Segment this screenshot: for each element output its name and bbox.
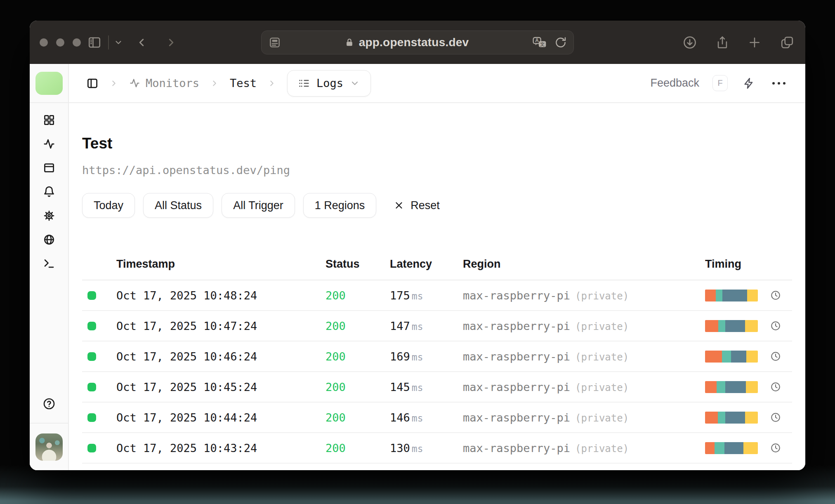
bell-icon — [43, 186, 55, 198]
titlebar-divider — [108, 35, 109, 49]
share-icon[interactable] — [715, 35, 729, 50]
view-selector-logs[interactable]: Logs — [287, 70, 371, 97]
row-latency-value: 175 — [390, 289, 410, 302]
new-tab-icon[interactable] — [748, 35, 762, 49]
panel-toggle-icon[interactable] — [86, 77, 99, 89]
row-region-note: (private) — [575, 321, 629, 332]
window-controls — [40, 38, 81, 47]
timing-segment — [746, 381, 758, 393]
table-header-row: Timestamp Status Latency Region Timing — [82, 230, 792, 280]
filter-trigger-button[interactable]: All Trigger — [222, 193, 295, 218]
translate-icon[interactable]: A 文 — [532, 36, 547, 49]
row-timestamp: Oct 17, 2025 10:47:24 — [116, 320, 326, 332]
address-bar[interactable]: app.openstatus.dev A 文 — [261, 31, 574, 54]
header-latency: Latency — [390, 258, 463, 271]
timing-bar — [705, 442, 758, 454]
filter-status-button[interactable]: All Status — [143, 193, 213, 218]
row-latency-value: 145 — [390, 381, 410, 393]
breadcrumb-monitor-name[interactable]: Test — [230, 77, 257, 89]
header-timestamp: Timestamp — [116, 258, 326, 271]
clock-icon — [770, 412, 781, 423]
breadcrumb-separator-icon — [267, 79, 276, 88]
breadcrumb-separator-icon — [210, 79, 219, 88]
close-icon — [394, 200, 404, 211]
svg-text:文: 文 — [540, 41, 545, 47]
sidebar-item-dashboard[interactable] — [42, 114, 56, 126]
row-latency-unit: ms — [412, 352, 423, 363]
browser-titlebar: app.openstatus.dev A 文 — [30, 21, 805, 64]
table-row[interactable]: Oct 17, 2025 10:47:24 200 147 ms max-ras… — [82, 311, 792, 341]
gear-icon — [43, 210, 55, 222]
table-row[interactable]: Oct 17, 2025 10:45:24 200 145 ms max-ras… — [82, 372, 792, 403]
timing-segment — [725, 320, 745, 332]
sidebar-item-status-pages[interactable] — [42, 162, 56, 174]
breadcrumb-monitors[interactable]: Monitors — [129, 77, 199, 89]
row-region: max-raspberry-pi — [463, 411, 570, 424]
back-button-icon[interactable] — [135, 36, 148, 49]
row-status-code: 200 — [326, 289, 390, 302]
filter-period-button[interactable]: Today — [82, 193, 135, 218]
table-row[interactable]: Oct 17, 2025 10:43:24 200 130 ms max-ras… — [82, 433, 792, 464]
timing-segment — [718, 412, 725, 424]
more-options-button[interactable] — [772, 82, 785, 85]
row-latency-value: 130 — [390, 442, 410, 455]
workspace-logo[interactable] — [35, 72, 63, 95]
breadcrumb-separator-icon — [109, 79, 118, 88]
sidebar-menu-chevron-icon[interactable] — [114, 38, 123, 47]
timing-segment — [745, 412, 758, 424]
minimize-window-button[interactable] — [56, 38, 64, 47]
timing-segment — [722, 290, 747, 301]
timing-segment — [705, 320, 718, 332]
row-latency-value: 146 — [390, 411, 410, 424]
timing-segment — [743, 442, 758, 454]
browser-panel-icon — [43, 162, 55, 174]
header-region: Region — [463, 258, 705, 271]
table-row[interactable]: Oct 17, 2025 10:48:24 200 175 ms max-ras… — [82, 280, 792, 311]
row-status-code: 200 — [326, 381, 390, 393]
row-region: max-raspberry-pi — [463, 320, 570, 332]
row-timestamp: Oct 17, 2025 10:43:24 — [116, 442, 326, 455]
user-avatar[interactable] — [35, 433, 63, 461]
sidebar-item-settings[interactable] — [42, 210, 56, 222]
chevron-down-icon — [350, 78, 360, 88]
timing-segment — [725, 381, 746, 393]
quick-actions-icon[interactable] — [743, 77, 755, 89]
timing-segment — [705, 381, 717, 393]
terminal-icon — [43, 257, 55, 270]
timing-segment — [705, 442, 715, 454]
header-timing: Timing — [705, 258, 792, 271]
timing-bar — [705, 412, 758, 424]
filter-regions-button[interactable]: 1 Regions — [303, 193, 377, 218]
tab-overview-icon[interactable] — [780, 35, 795, 50]
timing-segment — [715, 442, 724, 454]
row-region: max-raspberry-pi — [463, 442, 570, 455]
downloads-icon[interactable] — [682, 35, 697, 50]
forward-button-icon[interactable] — [165, 36, 177, 49]
sidebar-item-global[interactable] — [42, 233, 56, 246]
reload-icon[interactable] — [554, 36, 567, 49]
row-region-note: (private) — [575, 290, 629, 302]
row-timestamp: Oct 17, 2025 10:44:24 — [116, 411, 326, 424]
row-latency-unit: ms — [412, 443, 423, 454]
help-button[interactable] — [42, 397, 56, 410]
clock-icon — [770, 320, 781, 331]
reset-filters-button[interactable]: Reset — [394, 199, 440, 212]
address-url[interactable]: app.openstatus.dev — [359, 36, 469, 49]
feedback-button[interactable]: Feedback — [650, 77, 699, 89]
sidebar-item-notifications[interactable] — [42, 186, 56, 198]
sidebar-item-cli[interactable] — [42, 257, 56, 270]
page-settings-icon[interactable] — [268, 36, 281, 49]
table-row[interactable]: Oct 17, 2025 10:44:24 200 146 ms max-ras… — [82, 403, 792, 433]
timing-bar — [705, 351, 758, 363]
row-region-note: (private) — [575, 351, 629, 363]
row-status-code: 200 — [326, 442, 390, 455]
table-row[interactable]: Oct 17, 2025 10:46:24 200 169 ms max-ras… — [82, 341, 792, 372]
sidebar-toggle-icon[interactable] — [87, 35, 101, 49]
zoom-window-button[interactable] — [73, 38, 81, 47]
close-window-button[interactable] — [40, 38, 48, 47]
row-latency-unit: ms — [412, 382, 423, 393]
row-region-note: (private) — [575, 382, 629, 393]
row-timestamp: Oct 17, 2025 10:45:24 — [116, 381, 326, 393]
status-dot — [87, 383, 96, 391]
sidebar-item-monitors[interactable] — [42, 138, 56, 150]
